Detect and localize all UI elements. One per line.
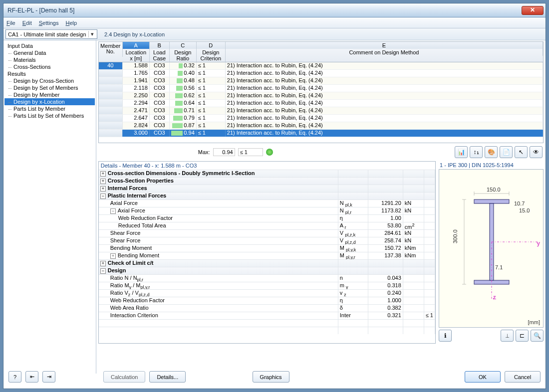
table-row[interactable]: 2.647CO30.79≤ 121) Interaction acc. to R… <box>99 115 543 122</box>
details-table: +Cross-section Dimensions - Doubly Symme… <box>99 170 435 343</box>
next-button[interactable]: ⇥ <box>42 371 55 383</box>
menu-edit[interactable]: Edit <box>22 20 32 26</box>
axis-icon-button[interactable]: ⟂ <box>501 330 514 342</box>
cancel-button[interactable]: Cancel <box>505 371 541 383</box>
app-window: RF-EL-PL - [Demo hall 5] ✕ File Edit Set… <box>3 3 546 389</box>
close-button[interactable]: ✕ <box>522 6 544 15</box>
graphics-button[interactable]: Graphics <box>253 371 289 383</box>
svg-text:15.0: 15.0 <box>519 207 530 213</box>
col-designratio: Design Ratio <box>170 49 197 62</box>
col-member-no[interactable]: Member No. <box>99 42 123 57</box>
table-row[interactable]: 2.824CO30.87≤ 121) Interaction acc. to R… <box>99 122 543 130</box>
tree-parts-member[interactable]: Parts List by Member <box>4 105 95 112</box>
max-row: Max: 0.94 ≤ 1 📊 ↕₁ 🎨 📄 ↖ 👁 <box>96 144 546 160</box>
ok-button[interactable]: OK <box>465 371 501 383</box>
table-row[interactable]: 2.294CO30.64≤ 121) Interaction acc. to R… <box>99 100 543 107</box>
tree-design-member[interactable]: Design by Member <box>4 91 95 98</box>
table-row[interactable]: 1.941CO30.48≤ 121) Interaction acc. to R… <box>99 77 543 85</box>
cross-unit: [mm] <box>528 319 540 325</box>
tree-design-set-members[interactable]: Design by Set of Members <box>4 84 95 91</box>
col-comment: Comment on Design Method <box>226 49 543 56</box>
table-row[interactable]: 2.471CO30.71≤ 121) Interaction acc. to R… <box>99 107 543 115</box>
table-row[interactable]: 1.765CO30.40≤ 121) Interaction acc. to R… <box>99 70 543 77</box>
menubar: File Edit Settings Help <box>3 17 546 28</box>
titlebar: RF-EL-PL - [Demo hall 5] ✕ <box>3 3 546 17</box>
help-button[interactable]: ? <box>8 371 21 383</box>
tree-input-data[interactable]: Input Data <box>4 42 95 49</box>
col-e[interactable]: E <box>226 42 543 49</box>
main-title: 2.4 Design by x-Location <box>101 31 165 37</box>
svg-text:10.7: 10.7 <box>514 200 525 206</box>
toolbar: CA1 - Ultimate limit state design ▾ 2.4 … <box>3 28 546 40</box>
tree-materials[interactable]: Materials <box>4 56 95 63</box>
col-loadcase: Load Case <box>150 49 170 62</box>
pick-icon-button[interactable]: ↖ <box>515 146 528 158</box>
svg-rect-0 <box>474 199 509 203</box>
menu-settings[interactable]: Settings <box>39 20 59 26</box>
svg-text:y: y <box>537 240 540 246</box>
menu-file[interactable]: File <box>6 20 15 26</box>
max-crit: ≤ 1 <box>238 148 263 156</box>
col-a[interactable]: A <box>123 42 150 49</box>
menu-help[interactable]: Help <box>65 20 77 26</box>
main-panel: Member No. ALocation x [m] BLoad Case CD… <box>96 40 546 374</box>
details-panel: Details - Member 40 - x: 1.588 m - CO3 +… <box>98 161 436 344</box>
calculation-button[interactable]: Calculation <box>103 371 145 383</box>
col-designcrit: Design Criterion <box>197 49 226 62</box>
prev-button[interactable]: ⇤ <box>25 371 38 383</box>
export-icon-button[interactable]: 📄 <box>500 146 513 158</box>
table-row[interactable]: 2.118CO30.56≤ 121) Interaction acc. to R… <box>99 85 543 92</box>
sidebar: Input Data General Data Materials Cross-… <box>3 40 96 374</box>
col-d[interactable]: D <box>197 42 226 49</box>
cross-section-graphic: 150.0 300.0 10.7 15.0 7.1 y z [mm] <box>439 169 544 328</box>
dimension-icon-button[interactable]: ⊏ <box>516 330 529 342</box>
zoom-icon-button[interactable]: 🔍 <box>531 330 544 342</box>
cross-section-title: 1 - IPE 300 | DIN 1025-5:1994 <box>439 161 544 169</box>
max-label: Max: <box>198 149 210 155</box>
tree-general-data[interactable]: General Data <box>4 49 95 56</box>
col-b[interactable]: B <box>150 42 170 49</box>
window-title: RF-EL-PL - [Demo hall 5] <box>5 7 522 14</box>
details-button[interactable]: Details... <box>149 371 186 383</box>
tree-design-cross-section[interactable]: Design by Cross-Section <box>4 77 95 84</box>
table-row[interactable]: 2.250CO30.62≤ 121) Interaction acc. to R… <box>99 92 543 100</box>
col-c[interactable]: C <box>170 42 197 49</box>
tree-cross-sections[interactable]: Cross-Sections <box>4 63 95 70</box>
colors-icon-button[interactable]: 🎨 <box>485 146 498 158</box>
case-combo[interactable]: CA1 - Ultimate limit state design ▾ <box>5 29 97 39</box>
view-icon-button[interactable]: 👁 <box>530 146 543 158</box>
sort-icon-button[interactable]: ↕₁ <box>470 146 483 158</box>
table-row[interactable]: 3.000CO30.94≤ 121) Interaction acc. to R… <box>99 130 543 137</box>
status-ok-icon <box>266 149 273 156</box>
tree-results[interactable]: Results <box>4 70 95 77</box>
table-row[interactable]: 401.588CO30.32≤ 121) Interaction acc. to… <box>99 62 543 70</box>
results-table: Member No. ALocation x [m] BLoad Case CD… <box>98 41 544 143</box>
cross-section-panel: 1 - IPE 300 | DIN 1025-5:1994 <box>439 161 544 344</box>
svg-text:7.1: 7.1 <box>495 264 503 270</box>
col-location: Location x [m] <box>123 49 150 62</box>
filter-icon-button[interactable]: 📊 <box>455 146 468 158</box>
info-icon-button[interactable]: ℹ <box>439 330 452 342</box>
svg-text:300.0: 300.0 <box>452 229 458 243</box>
tree-parts-set-members[interactable]: Parts List by Set of Members <box>4 112 95 119</box>
dim-width: 150.0 <box>487 187 501 193</box>
table-body: 401.588CO30.32≤ 121) Interaction acc. to… <box>99 62 543 137</box>
details-title: Details - Member 40 - x: 1.588 m - CO3 <box>99 162 435 170</box>
max-ratio: 0.94 <box>213 148 235 156</box>
bottom-bar: ? ⇤ ⇥ Calculation Details... Graphics OK… <box>8 371 541 383</box>
case-combo-text: CA1 - Ultimate limit state design <box>8 31 86 37</box>
svg-text:z: z <box>493 294 496 300</box>
tree-design-x-location[interactable]: Design by x-Location <box>4 98 95 105</box>
chevron-down-icon: ▾ <box>88 31 96 37</box>
